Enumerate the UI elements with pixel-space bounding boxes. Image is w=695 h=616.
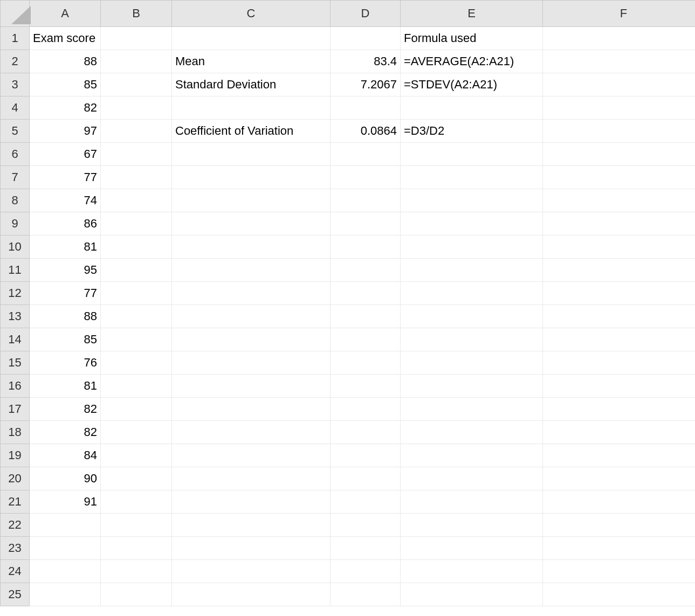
cell-A6[interactable]: 67: [30, 143, 101, 166]
cell-F6[interactable]: [543, 143, 696, 166]
cell-C22[interactable]: [172, 514, 331, 537]
cell-B21[interactable]: [101, 490, 172, 514]
cell-D10[interactable]: [331, 236, 401, 259]
cell-C18[interactable]: [172, 421, 331, 444]
cell-E24[interactable]: [401, 560, 543, 583]
cell-B9[interactable]: [101, 212, 172, 236]
cell-E9[interactable]: [401, 212, 543, 236]
cell-B20[interactable]: [101, 467, 172, 490]
cell-A13[interactable]: 88: [30, 305, 101, 328]
cell-B5[interactable]: [101, 120, 172, 143]
cell-F9[interactable]: [543, 212, 696, 236]
cell-E14[interactable]: [401, 328, 543, 351]
cell-B8[interactable]: [101, 189, 172, 212]
row-header-10[interactable]: 10: [1, 236, 30, 259]
cell-B15[interactable]: [101, 351, 172, 375]
row-header-21[interactable]: 21: [1, 490, 30, 514]
cell-A18[interactable]: 82: [30, 421, 101, 444]
cell-C7[interactable]: [172, 166, 331, 189]
cell-B6[interactable]: [101, 143, 172, 166]
cell-C1[interactable]: [172, 27, 331, 50]
cell-B13[interactable]: [101, 305, 172, 328]
cell-D17[interactable]: [331, 398, 401, 421]
cell-E25[interactable]: [401, 583, 543, 606]
column-header-B[interactable]: B: [101, 1, 172, 27]
column-header-C[interactable]: C: [172, 1, 331, 27]
cell-D25[interactable]: [331, 583, 401, 606]
cell-D15[interactable]: [331, 351, 401, 375]
cell-C17[interactable]: [172, 398, 331, 421]
column-header-A[interactable]: A: [30, 1, 101, 27]
grid[interactable]: ABCDEF1Exam scoreFormula used288Mean83.4…: [0, 0, 695, 606]
cell-D7[interactable]: [331, 166, 401, 189]
cell-B19[interactable]: [101, 444, 172, 467]
cell-E21[interactable]: [401, 490, 543, 514]
cell-D11[interactable]: [331, 259, 401, 282]
cell-C5[interactable]: Coefficient of Variation: [172, 120, 331, 143]
cell-D1[interactable]: [331, 27, 401, 50]
cell-C15[interactable]: [172, 351, 331, 375]
row-header-13[interactable]: 13: [1, 305, 30, 328]
cell-C20[interactable]: [172, 467, 331, 490]
cell-F21[interactable]: [543, 490, 696, 514]
row-header-7[interactable]: 7: [1, 166, 30, 189]
cell-D3[interactable]: 7.2067: [331, 73, 401, 96]
cell-B12[interactable]: [101, 282, 172, 305]
cell-A24[interactable]: [30, 560, 101, 583]
cell-F19[interactable]: [543, 444, 696, 467]
select-all-corner[interactable]: [1, 1, 30, 27]
cell-E19[interactable]: [401, 444, 543, 467]
cell-D5[interactable]: 0.0864: [331, 120, 401, 143]
cell-B2[interactable]: [101, 50, 172, 73]
cell-E1[interactable]: Formula used: [401, 27, 543, 50]
cell-B10[interactable]: [101, 236, 172, 259]
row-header-9[interactable]: 9: [1, 212, 30, 236]
cell-E13[interactable]: [401, 305, 543, 328]
row-header-11[interactable]: 11: [1, 259, 30, 282]
row-header-18[interactable]: 18: [1, 421, 30, 444]
cell-A14[interactable]: 85: [30, 328, 101, 351]
cell-F2[interactable]: [543, 50, 696, 73]
cell-A10[interactable]: 81: [30, 236, 101, 259]
cell-A11[interactable]: 95: [30, 259, 101, 282]
cell-E17[interactable]: [401, 398, 543, 421]
cell-B23[interactable]: [101, 537, 172, 560]
row-header-4[interactable]: 4: [1, 96, 30, 120]
cell-A15[interactable]: 76: [30, 351, 101, 375]
cell-C3[interactable]: Standard Deviation: [172, 73, 331, 96]
cell-A21[interactable]: 91: [30, 490, 101, 514]
cell-B16[interactable]: [101, 375, 172, 398]
cell-B14[interactable]: [101, 328, 172, 351]
cell-A12[interactable]: 77: [30, 282, 101, 305]
row-header-17[interactable]: 17: [1, 398, 30, 421]
cell-F23[interactable]: [543, 537, 696, 560]
cell-D22[interactable]: [331, 514, 401, 537]
cell-A17[interactable]: 82: [30, 398, 101, 421]
cell-A1[interactable]: Exam score: [30, 27, 101, 50]
cell-E12[interactable]: [401, 282, 543, 305]
cell-C19[interactable]: [172, 444, 331, 467]
cell-E22[interactable]: [401, 514, 543, 537]
cell-A7[interactable]: 77: [30, 166, 101, 189]
cell-B25[interactable]: [101, 583, 172, 606]
cell-B18[interactable]: [101, 421, 172, 444]
cell-A23[interactable]: [30, 537, 101, 560]
row-header-19[interactable]: 19: [1, 444, 30, 467]
cell-F12[interactable]: [543, 282, 696, 305]
cell-D19[interactable]: [331, 444, 401, 467]
cell-B7[interactable]: [101, 166, 172, 189]
cell-D13[interactable]: [331, 305, 401, 328]
cell-E20[interactable]: [401, 467, 543, 490]
cell-D16[interactable]: [331, 375, 401, 398]
cell-E4[interactable]: [401, 96, 543, 120]
cell-E15[interactable]: [401, 351, 543, 375]
cell-C10[interactable]: [172, 236, 331, 259]
cell-A22[interactable]: [30, 514, 101, 537]
cell-F18[interactable]: [543, 421, 696, 444]
cell-F14[interactable]: [543, 328, 696, 351]
row-header-25[interactable]: 25: [1, 583, 30, 606]
cell-D12[interactable]: [331, 282, 401, 305]
cell-C24[interactable]: [172, 560, 331, 583]
cell-C16[interactable]: [172, 375, 331, 398]
cell-C21[interactable]: [172, 490, 331, 514]
